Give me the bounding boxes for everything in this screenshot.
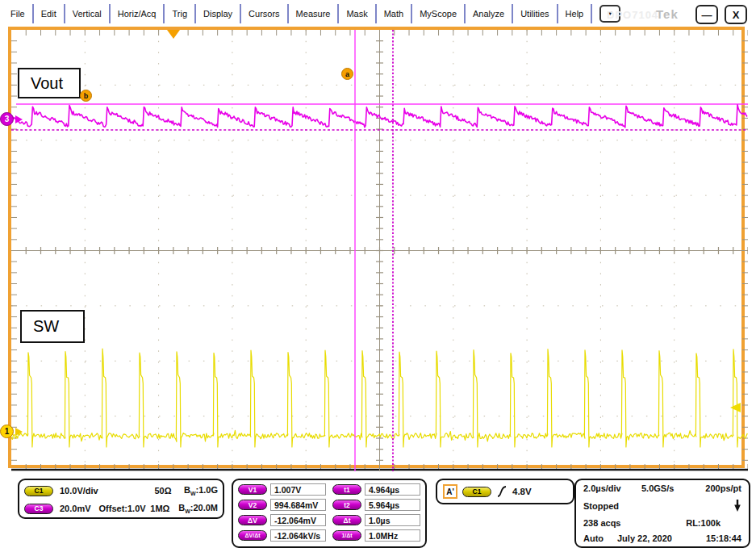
- cursor-dt-value: 1.0µs: [365, 514, 420, 526]
- vout-annotation[interactable]: Vout: [18, 68, 81, 98]
- channel3-readout-row: C3 20.0mV Offset:1.0V 1MΩ BW:20.0M: [24, 500, 218, 517]
- graticule-frame: Vout SW a b 3 1: [8, 27, 745, 468]
- menu-vertical[interactable]: Vertical: [65, 3, 109, 24]
- cursor-v1-row: V1 1.007V: [238, 483, 326, 496]
- close-icon: X: [733, 9, 740, 21]
- cursor-t1-value: 4.964µs: [365, 483, 420, 496]
- cursor-readout-panel: V1 1.007V t1 4.964µs V2 994.684mV t2 5.9…: [232, 479, 427, 548]
- trigger-position-marker[interactable]: [167, 30, 180, 39]
- cursor-dv-pill[interactable]: ΔV: [238, 515, 267, 525]
- menu-myscope[interactable]: MyScope: [412, 3, 464, 24]
- waveform-display: [11, 30, 748, 471]
- menu-analyze[interactable]: Analyze: [466, 3, 512, 24]
- cursor-t1-row: t1 4.964µs: [332, 483, 420, 496]
- trigger-source-pill[interactable]: C1: [462, 487, 491, 497]
- channel1-pill[interactable]: C1: [24, 486, 53, 496]
- menu-measure[interactable]: Measure: [289, 3, 338, 24]
- menu-cursors[interactable]: Cursors: [241, 3, 287, 24]
- date-label: July 22, 2020: [617, 533, 672, 543]
- sw-annotation[interactable]: SW: [20, 310, 85, 343]
- trigger-a-marker: A': [443, 484, 457, 499]
- record-length: RL:100k: [686, 518, 720, 528]
- minimize-icon: —: [702, 9, 712, 21]
- cursor-freq-value: 1.0MHz: [365, 529, 420, 542]
- cursor-v1-value: 1.007V: [270, 483, 326, 496]
- time-label: 15:18:44: [706, 533, 741, 543]
- trigger-mode: Auto: [583, 533, 617, 543]
- cursor-t2-value: 5.964µs: [365, 499, 420, 511]
- oscilloscope-screen: File Edit Vertical Horiz/Acq Trig Displa…: [0, 0, 756, 548]
- acquisition-count-row: 238 acqs RL:100k: [583, 518, 741, 528]
- acquisition-status-row: Stopped: [583, 499, 741, 512]
- menu-math[interactable]: Math: [377, 3, 411, 24]
- channel3-offset: Offset:1.0V: [99, 504, 151, 513]
- channel1-reference-marker[interactable]: 1: [0, 425, 14, 438]
- cursor-dt-pill[interactable]: Δt: [332, 515, 361, 525]
- channel1-scale: 10.0V/div: [60, 486, 101, 496]
- menu-help[interactable]: Help: [558, 3, 591, 24]
- trigger-level-arrow[interactable]: [730, 403, 741, 412]
- tek-logo: Tek: [656, 7, 679, 21]
- menu-separator: [591, 4, 592, 23]
- acquisition-count: 238 acqs: [583, 518, 620, 528]
- menu-mask[interactable]: Mask: [339, 3, 374, 24]
- timebase-row: 2.0µs/div 5.0GS/s 200ps/pt: [583, 483, 741, 493]
- channel3-reference-arrow: [15, 115, 23, 123]
- trigger-readout-panel: A' C1 4.8V: [436, 479, 574, 504]
- model-label: DPO7104: [607, 9, 658, 21]
- cursor-v2-pill[interactable]: V2: [238, 500, 267, 510]
- channel3-bandwidth: BW:20.0M: [178, 503, 218, 514]
- menu-utilities[interactable]: Utilities: [513, 3, 556, 24]
- cursor-dv-value: -12.064mV: [270, 514, 326, 526]
- datetime-row: Auto July 22, 2020 15:18:44: [583, 533, 741, 543]
- timebase-readout-panel: 2.0µs/div 5.0GS/s 200ps/pt Stopped 238 a…: [574, 479, 750, 548]
- timebase-scale: 2.0µs/div: [583, 483, 641, 493]
- channel3-scale: 20.0mV: [60, 504, 99, 513]
- channel-readout-panel: C1 10.0V/div 50Ω BW:1.0G C3 20.0mV Offse…: [18, 479, 224, 519]
- cursor-dv-row: ΔV -12.064mV: [238, 514, 326, 526]
- acquisition-status: Stopped: [583, 501, 619, 511]
- cursor-v2-value: 994.684mV: [270, 499, 326, 511]
- cursor-a-handle[interactable]: a: [341, 68, 353, 80]
- channel1-impedance: 50Ω: [154, 486, 184, 496]
- cursor-slope-pill[interactable]: ΔV/Δt: [238, 530, 267, 541]
- menu-display[interactable]: Display: [196, 3, 240, 24]
- trigger-level-value: 4.8V: [512, 487, 532, 496]
- cursor-t2-row: t2 5.964µs: [332, 499, 420, 511]
- channel3-impedance: 1MΩ: [150, 504, 178, 513]
- channel1-reference-arrow: [15, 428, 23, 436]
- cursor-t2-pill[interactable]: t2: [332, 500, 361, 510]
- cursor-freq-row: 1/Δt 1.0MHz: [332, 529, 420, 542]
- cursor-b-handle[interactable]: b: [80, 90, 92, 102]
- cursor-freq-pill[interactable]: 1/Δt: [332, 530, 361, 541]
- cursor-slope-value: -12.064kV/s: [270, 529, 326, 542]
- channel1-readout-row: C1 10.0V/div 50Ω BW:1.0G: [24, 482, 218, 500]
- sample-rate: 5.0GS/s: [641, 483, 674, 493]
- cursor-dt-row: Δt 1.0µs: [332, 514, 420, 526]
- sample-resolution: 200ps/pt: [705, 483, 741, 493]
- minimize-button[interactable]: —: [695, 5, 718, 24]
- cursor-v2-row: V2 994.684mV: [238, 499, 326, 511]
- rising-edge-icon: [496, 484, 507, 499]
- menu-trig[interactable]: Trig: [165, 3, 194, 24]
- channel3-reference-marker[interactable]: 3: [0, 112, 14, 126]
- menu-edit[interactable]: Edit: [34, 3, 64, 24]
- cursor-v1-pill[interactable]: V1: [238, 484, 267, 495]
- channel1-bandwidth: BW:1.0G: [184, 485, 218, 496]
- menu-horiz-acq[interactable]: Horiz/Acq: [111, 3, 164, 24]
- down-arrow-icon: [733, 499, 741, 512]
- menu-file[interactable]: File: [3, 3, 32, 24]
- cursor-t1-pill[interactable]: t1: [332, 484, 361, 495]
- channel3-pill[interactable]: C3: [24, 504, 53, 514]
- close-button[interactable]: X: [725, 5, 747, 24]
- cursor-slope-row: ΔV/Δt -12.064kV/s: [238, 529, 326, 542]
